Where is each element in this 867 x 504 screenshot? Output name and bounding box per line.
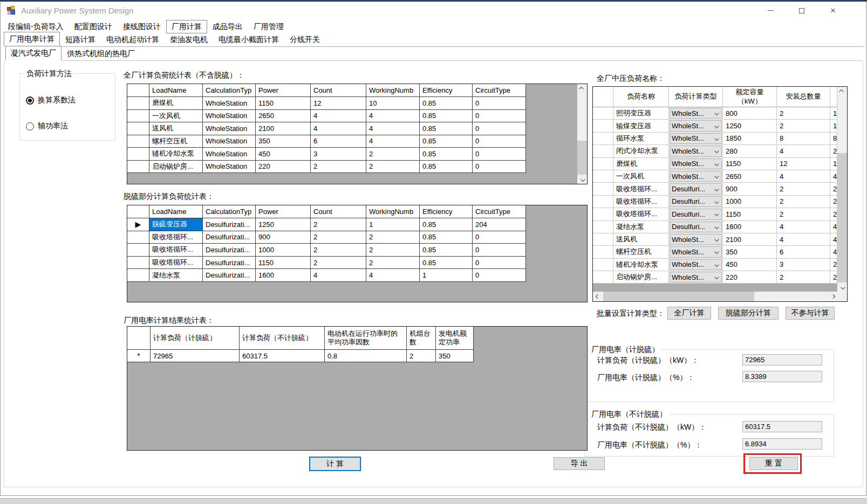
table-cell[interactable]: 1 <box>830 158 837 170</box>
row-header[interactable] <box>127 97 149 110</box>
scroll-left-button[interactable] <box>593 292 602 301</box>
scroll-down-button[interactable] <box>837 282 847 292</box>
table-cell[interactable]: 一次风机 <box>149 110 203 123</box>
table-cell[interactable]: 4 <box>777 170 830 183</box>
table-cell[interactable]: 1250 <box>256 218 311 231</box>
table-cell[interactable]: 1150 <box>256 257 311 270</box>
main-tab[interactable]: 电动机起动计算 <box>101 33 165 46</box>
table-cell[interactable]: 8 <box>830 133 837 145</box>
column-header[interactable]: 计算负荷（不计脱硫） <box>240 327 325 350</box>
table-cell[interactable]: 450 <box>723 259 777 271</box>
table-cell[interactable]: 2100 <box>723 233 777 246</box>
table-cell[interactable]: 吸收塔循环... <box>149 257 203 270</box>
calc-type-dropdown[interactable]: WholeSt... <box>669 170 723 183</box>
table-cell[interactable]: 2 <box>777 120 830 132</box>
table-cell[interactable]: 1 <box>366 218 420 231</box>
table-cell[interactable]: 1150 <box>723 208 777 220</box>
table-cell[interactable]: 吸收塔循环... <box>613 208 669 220</box>
table-cell[interactable]: 0.85 <box>420 218 473 231</box>
table-cell[interactable]: 0.85 <box>420 161 473 174</box>
column-header[interactable]: 机组台数 <box>407 327 436 350</box>
table-cell[interactable]: 2 <box>777 208 830 220</box>
table-cell[interactable]: Desulfurizati... <box>203 218 256 231</box>
table-cell[interactable]: 2 <box>830 183 837 195</box>
table-cell[interactable]: 0.85 <box>420 97 473 110</box>
calc-type-dropdown[interactable]: WholeSt... <box>669 145 723 157</box>
table-cell[interactable]: 磨煤机 <box>613 158 669 170</box>
table-cell[interactable]: 4 <box>311 122 366 135</box>
table-cell[interactable]: 4 <box>830 221 837 233</box>
table-cell[interactable]: 800 <box>723 107 777 120</box>
header-corner[interactable] <box>127 327 151 350</box>
scrollbar-thumb[interactable] <box>577 141 587 175</box>
calc-type-dropdown[interactable]: WholeSt... <box>669 158 723 170</box>
table-cell[interactable]: 350 <box>256 135 311 148</box>
column-header[interactable]: LoadName <box>149 205 203 218</box>
menu-item[interactable]: 成品导出 <box>207 20 248 33</box>
column-header[interactable]: WorkingNumb <box>366 205 420 218</box>
table-cell[interactable]: 2 <box>311 161 366 174</box>
table-cell[interactable]: WholeStation <box>203 135 256 148</box>
table-cell[interactable]: 循环水泵 <box>613 133 669 145</box>
row-header[interactable] <box>593 246 613 258</box>
close-button[interactable]: × <box>821 2 845 19</box>
table-cell[interactable]: 4 <box>830 246 837 258</box>
table-cell[interactable]: 2 <box>830 208 837 220</box>
column-header[interactable]: Efficiency <box>420 84 473 97</box>
scrollbar-track[interactable] <box>577 93 587 175</box>
table-cell[interactable]: 450 <box>256 148 311 161</box>
table-cell[interactable]: 10 <box>366 97 420 110</box>
row-header[interactable] <box>593 183 613 195</box>
table-cell[interactable]: 启动锅炉房... <box>613 271 669 284</box>
scroll-up-button[interactable] <box>837 87 847 96</box>
row-header[interactable] <box>593 271 613 284</box>
table-cell[interactable]: 螺杆空压机 <box>149 135 203 148</box>
header-corner[interactable] <box>593 87 613 107</box>
table-cell[interactable]: 60317.5 <box>240 350 325 362</box>
table-cell[interactable]: WholeStation <box>203 97 256 110</box>
table-cell[interactable]: 0 <box>473 161 526 174</box>
table-cell[interactable]: 4 <box>366 122 420 135</box>
scrollbar-thumb[interactable] <box>603 292 754 301</box>
table-cell[interactable]: Desulfurizati... <box>203 244 256 257</box>
table-cell[interactable]: 一次风机 <box>613 170 669 183</box>
table-cell[interactable]: 2 <box>777 183 830 195</box>
calc-type-dropdown[interactable]: WholeSt... <box>669 259 723 271</box>
table-cell[interactable]: 2 <box>830 196 837 208</box>
table-cell[interactable]: 辅机冷却水泵 <box>613 259 669 271</box>
table-cell[interactable]: Desulfurizati... <box>203 257 256 270</box>
row-header[interactable] <box>593 158 613 170</box>
table-cell[interactable]: 8 <box>777 133 830 145</box>
header-corner[interactable] <box>127 84 149 97</box>
radio-shaft-power[interactable]: 轴功率法 <box>26 121 68 131</box>
table-cell[interactable]: 2 <box>777 107 830 120</box>
batch-exclude-button[interactable]: 不参与计算 <box>786 307 835 320</box>
column-header[interactable]: 负荷名称 <box>613 87 669 107</box>
calc-type-dropdown[interactable]: WholeSt... <box>669 233 723 246</box>
table-cell[interactable]: 2650 <box>256 110 311 123</box>
table-cell[interactable]: 凝结水泵 <box>613 221 669 233</box>
column-header[interactable]: 安装总数量 <box>777 87 830 107</box>
table-cell[interactable]: 2 <box>830 271 837 284</box>
table-cell[interactable]: WholeStation <box>203 161 256 174</box>
minimize-button[interactable] <box>758 2 783 19</box>
export-button[interactable]: 导 出 <box>554 457 605 470</box>
table-cell[interactable]: 2 <box>366 244 420 257</box>
table-cell[interactable]: 204 <box>473 218 526 231</box>
scrollbar-track[interactable] <box>602 292 828 301</box>
row-header[interactable] <box>593 170 613 183</box>
table-cell[interactable]: 1 <box>420 269 473 282</box>
table-cell[interactable]: 0 <box>473 244 526 257</box>
table-cell[interactable]: WholeStation <box>203 148 256 161</box>
table-cell[interactable]: 2 <box>830 145 837 157</box>
table-cell[interactable]: 0 <box>473 148 526 161</box>
table-cell[interactable]: 4 <box>777 221 830 233</box>
row-header[interactable] <box>127 135 149 148</box>
menu-item[interactable]: 配置图设计 <box>69 20 118 33</box>
vertical-scrollbar[interactable] <box>837 87 847 292</box>
row-header[interactable] <box>593 221 613 233</box>
table-cell[interactable]: 2 <box>366 231 420 244</box>
table-cell[interactable]: 1600 <box>256 269 311 282</box>
table-cell[interactable]: 2 <box>311 218 366 231</box>
column-header[interactable]: CircuitType <box>473 205 526 218</box>
